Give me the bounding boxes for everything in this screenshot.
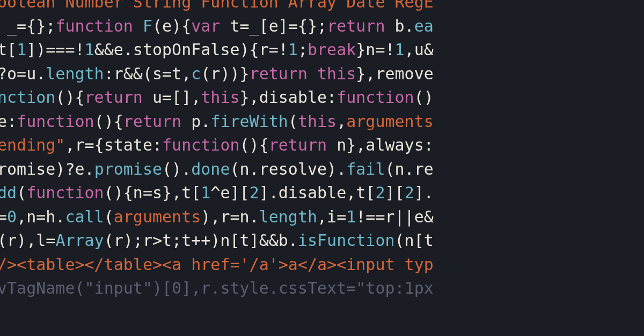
code-token: (n.resolve). [230,160,347,178]
code-token: return [85,88,143,107]
code-token: ea [414,17,434,35]
code-token: ]. [414,183,434,202]
code-token [308,64,317,83]
code-token: (){n=s},t[ [104,183,201,202]
code-token: 2 [375,183,385,202]
code-token: = [0,207,7,226]
code-token: length [259,207,317,226]
code-token: function [55,17,133,35]
code-token: ].disable,t[ [259,183,376,202]
code-token: ])===! [26,40,84,59]
code-token: this [298,112,336,131]
code-token: _={}; [0,17,55,35]
code-token: (r),l= [0,231,55,250]
code-token: &&e.stopOnFalse){r=! [94,40,288,59]
code-token: Array [55,231,104,250]
code-token: (){ [55,88,84,107]
code-token: function [26,183,104,202]
code-token: (){ [94,112,123,131]
code-token: this [317,64,356,83]
code-token: (n[t [395,231,434,250]
code-token: call [65,207,104,226]
code-token: 1 [85,40,94,59]
code-token: t=_[e]={}; [220,17,327,35]
code-token: (r);r>t;t++)n[t]&&b. [104,231,298,250]
code-token: done [191,160,230,178]
code-token: arguments [346,112,434,131]
code-token: vTagName("input")[0],r.style.cssText="to… [0,279,434,297]
code-token: oolean Number String Function Array Date… [0,0,434,11]
code-token: },remove [356,64,434,83]
code-token: ending" [0,136,65,154]
code-token: :r&&(s=t, [104,64,192,83]
code-token: ,r={state: [65,136,162,154]
code-token: n},always: [327,136,434,154]
code-token: romise)?e. [0,160,94,178]
code-token: ( [104,207,114,226]
code-token: (){ [240,136,269,154]
code-token: ,i= [317,207,346,226]
code-token: },disable: [240,88,337,107]
code-token: ,u& [405,40,434,59]
code-token: return [327,17,385,35]
code-token: ( [17,183,26,202]
code-token: 1 [395,40,405,59]
code-token: length [46,64,104,83]
code-token: 1 [288,40,298,59]
code-token: F [143,17,152,35]
code-token: ,n=h. [17,207,65,226]
code-token: promise [94,160,162,178]
code-token: ),r=n. [201,207,259,226]
code-token: isFunction [298,231,395,250]
code-token: t[ [0,40,17,59]
code-token: e: [0,112,17,131]
code-token: ][ [385,183,405,202]
code-token: 1 [17,40,26,59]
code-token: 1 [346,207,356,226]
code-token: c [191,64,201,83]
code-token: 0 [7,207,17,226]
code-token: function [336,88,414,107]
code-token: return [269,136,327,154]
code-token: ^e][ [210,183,249,202]
code-token: ; [298,40,308,59]
code-token: arguments [114,207,201,226]
code-token: , [336,112,346,131]
code-token: this [201,88,239,107]
code-token: !==r||e& [356,207,434,226]
code-token: return [123,112,181,131]
code-token: function [162,136,240,154]
code-token: fireWith [210,112,288,131]
code-token: return [250,64,308,83]
code-token [133,17,143,35]
code-token: (r))} [201,64,249,83]
code-token: ?o=u. [0,64,46,83]
code-token: var [191,17,220,35]
code-token: break [308,40,356,59]
code-token: (). [162,160,191,178]
code-token: 2 [405,183,414,202]
code-editor-view: oolean Number String Function Array Date… [0,0,644,301]
code-token: p. [181,112,210,131]
code-token: 1 [201,183,210,202]
code-token: (n.re [385,160,434,178]
code-token: () [414,88,434,107]
code-token: (e){ [152,17,191,35]
code-token: fail [346,160,385,178]
code-token: u=[], [143,88,201,107]
code-token: b. [385,17,414,35]
code-token: ( [288,112,298,131]
code-token: dd [0,183,17,202]
code-token: 2 [250,183,259,202]
code-token: function [17,112,94,131]
code-token: }n=! [356,40,394,59]
code-token: /><table></table><a href='/a'>a</a><inpu… [0,255,434,274]
code-token: nction [0,88,55,107]
